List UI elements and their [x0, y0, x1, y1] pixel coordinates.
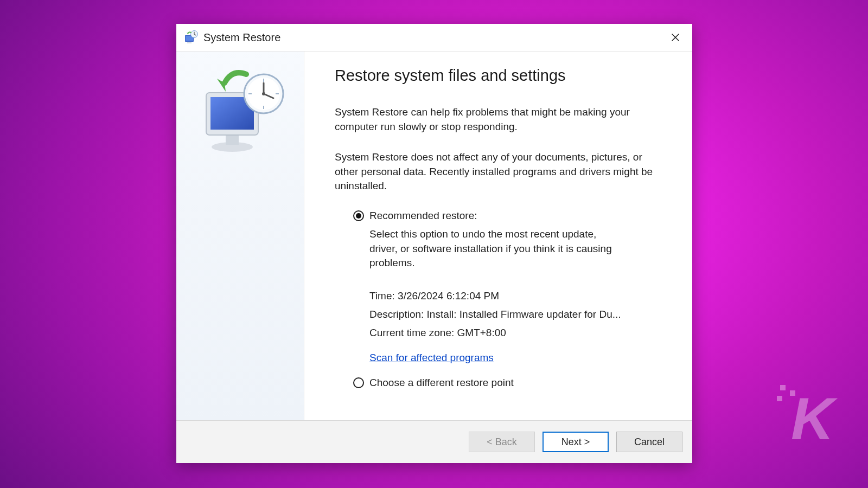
recommended-description: Select this option to undo the most rece…: [369, 227, 624, 271]
option-choose-different: Choose a different restore point: [335, 377, 662, 389]
radio-recommended-restore[interactable]: Recommended restore:: [353, 210, 662, 222]
scan-affected-programs-link[interactable]: Scan for affected programs: [369, 352, 494, 363]
watermark-logo: K: [776, 383, 852, 450]
system-restore-app-icon: [184, 30, 198, 44]
restore-description: Description: Install: Installed Firmware…: [369, 305, 662, 324]
intro-para-2: System Restore does not affect any of yo…: [335, 150, 655, 194]
option-recommended: Recommended restore: Select this option …: [335, 210, 662, 364]
close-icon: [671, 33, 680, 42]
window-body: Restore system files and settings System…: [176, 51, 692, 420]
radio-unselected-icon: [353, 377, 364, 388]
close-button[interactable]: [663, 28, 688, 47]
cancel-button[interactable]: Cancel: [616, 432, 682, 452]
page-heading: Restore system files and settings: [335, 67, 662, 85]
wizard-footer: < Back Next > Cancel: [176, 420, 692, 463]
svg-rect-21: [780, 385, 786, 390]
radio-recommended-label: Recommended restore:: [369, 210, 477, 222]
wizard-sidebar: [176, 52, 304, 420]
system-restore-illustration-icon: [194, 67, 286, 159]
next-button[interactable]: Next >: [542, 432, 609, 452]
window-title: System Restore: [203, 31, 280, 44]
intro-para-1: System Restore can help fix problems tha…: [335, 105, 649, 134]
svg-text:K: K: [791, 385, 838, 448]
titlebar: System Restore: [176, 24, 692, 51]
svg-rect-2: [187, 42, 192, 43]
restore-timezone: Current time zone: GMT+8:00: [369, 324, 662, 342]
radio-choose-different[interactable]: Choose a different restore point: [353, 377, 662, 389]
wizard-content: Restore system files and settings System…: [304, 52, 692, 420]
system-restore-window: System Restore: [176, 24, 692, 463]
svg-rect-23: [777, 396, 782, 401]
svg-rect-6: [226, 135, 239, 145]
radio-selected-icon: [353, 210, 364, 221]
radio-choose-label: Choose a different restore point: [369, 377, 514, 389]
back-button: < Back: [469, 432, 535, 452]
svg-point-19: [262, 92, 265, 95]
desktop-background: System Restore: [0, 0, 868, 488]
restore-time: Time: 3/26/2024 6:12:04 PM: [369, 287, 662, 305]
